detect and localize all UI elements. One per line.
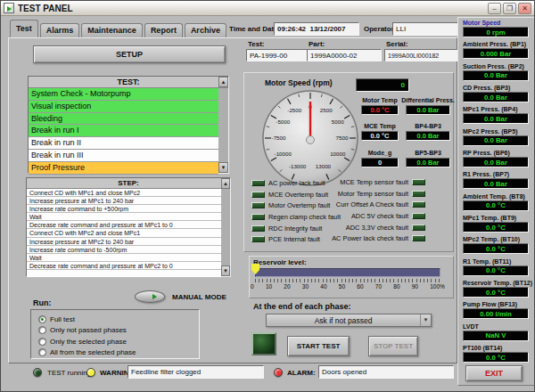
radio-button-icon[interactable]: [38, 348, 46, 356]
scroll-up-icon[interactable]: ▲: [218, 77, 228, 87]
step-row[interactable]: Increase pressure at MPc2 to 240 bar: [27, 238, 221, 246]
maximize-button[interactable]: ❐: [503, 3, 516, 14]
fault-led-icon: [251, 180, 265, 186]
step-row[interactable]: Wait: [27, 254, 221, 262]
sidebar-measurement: RP Press. (BP6)0.0 Bar: [463, 150, 531, 171]
part-field[interactable]: 1999A0000-02: [307, 49, 382, 61]
tab-alarms[interactable]: Alarms: [40, 23, 80, 37]
phase-end-selected: Ask if not passed: [267, 316, 420, 325]
step-row[interactable]: [27, 270, 221, 278]
readout-display: 0.0 °C: [361, 105, 399, 115]
fault-indicator: ADC 5V check fault: [315, 210, 425, 222]
scroll-down-icon[interactable]: ▼: [221, 265, 230, 276]
step-row[interactable]: Decrease rate command and pressure at MP…: [27, 262, 221, 270]
scale-tick-label: 30: [302, 283, 309, 290]
fault-led-icon: [251, 214, 265, 220]
run-option[interactable]: Only the selected phase: [38, 336, 199, 347]
svg-text:-10000: -10000: [275, 151, 292, 157]
test-running-led: [33, 368, 42, 377]
radio-button-icon[interactable]: [38, 338, 46, 346]
scale-tick-label: 80: [393, 283, 399, 290]
sidebar-measurement-display: 0.0 Bar: [463, 113, 529, 124]
test-phase-row[interactable]: Break in run I: [29, 125, 218, 137]
motor-speed-display: 0: [356, 78, 409, 92]
test-phase-row[interactable]: Bleeding: [29, 113, 218, 126]
sidebar-measurement-label: MPc2 Temp. (BT10): [463, 236, 531, 242]
sidebar-measurement-label: RP Press. (BP6): [463, 150, 531, 156]
run-option-label: Only not passed phases: [50, 326, 127, 334]
run-option[interactable]: Only not passed phases: [38, 325, 199, 337]
scroll-up-icon[interactable]: ▲: [221, 178, 230, 189]
step-row[interactable]: Increase rate command to +500rpm: [27, 205, 221, 213]
step-row[interactable]: Connect CD with MPc2 and close MPc1: [27, 229, 221, 237]
sidebar-measurement-display: 0.00 l/min: [463, 308, 529, 319]
fault-indicator: ADC 3,3V check fault: [315, 222, 425, 233]
radio-button-icon[interactable]: [38, 326, 46, 334]
radio-button-icon[interactable]: [38, 315, 46, 323]
fault-indicator: AC Power lack check fault: [315, 233, 425, 244]
scroll-down-icon[interactable]: ▼: [218, 162, 228, 173]
sidebar-measurement-label: MPc1 Press. (BP4): [463, 106, 531, 112]
operator-input[interactable]: LLI: [392, 22, 458, 36]
tab-report[interactable]: Report: [144, 23, 183, 37]
sidebar-measurement-label: R1 Press. (BP7): [463, 171, 531, 177]
manual-mode-toggle[interactable]: [135, 290, 165, 303]
time-date-display: 09:26:42 13/12/2007: [274, 22, 359, 36]
phase-end-dropdown[interactable]: Ask if not passed ▼: [266, 314, 432, 327]
stop-test-button[interactable]: STOP TEST: [368, 336, 418, 356]
setup-button[interactable]: SETUP: [33, 45, 226, 63]
svg-text:-7500: -7500: [272, 135, 286, 141]
reservoir-slider-track[interactable]: [255, 268, 440, 277]
sidebar-measurement: Pump Flow (BF13)0.00 l/min: [463, 301, 531, 323]
minimize-button[interactable]: –: [488, 3, 501, 14]
sidebar-measurement: MPc1 Press. (BP4)0.0 Bar: [463, 106, 531, 127]
sidebar-measurement-display: 0.0 °C: [463, 287, 529, 298]
sidebar-measurement-display: 0.0 Bar: [463, 178, 529, 189]
readout-label: BP4-BP3: [415, 123, 441, 129]
readout-display: 0.0 Bar: [406, 105, 450, 115]
sidebar-measurement-label: LVDT: [463, 323, 531, 330]
fault-led-icon: [251, 202, 265, 208]
fault-led-icon: [412, 179, 425, 185]
tab-test[interactable]: Test: [10, 20, 38, 37]
close-button[interactable]: ✕: [518, 3, 531, 14]
test-phase-row[interactable]: Proof Pressure: [29, 162, 218, 175]
test-phase-row[interactable]: Break in run II: [29, 137, 218, 150]
test-panel-window: TEST PANEL – ❐ ✕ TestAlarmsMaintenanceRe…: [0, 0, 535, 392]
tab-strip: TestAlarmsMaintenanceReportArchive: [10, 20, 228, 37]
sidebar-measurement: R1 Press. (BP7)0.0 Bar: [463, 171, 531, 192]
tab-maintenance[interactable]: Maintenance: [81, 23, 143, 37]
sidebar-measurement-display: 0.0 °C: [463, 265, 529, 276]
reservoir-scale: 0102030405060708090100%: [251, 283, 445, 290]
test-phase-row[interactable]: System Check - Motorpump: [29, 88, 218, 101]
alarm-label: ALARM:: [287, 369, 316, 377]
scale-tick-label: 50: [339, 283, 345, 290]
serial-field[interactable]: 1999A00LI000182: [384, 49, 459, 61]
run-option[interactable]: All from the selected phase: [38, 347, 199, 359]
exit-button[interactable]: EXIT: [465, 365, 523, 381]
step-row[interactable]: Increase rate command to -500rpm: [27, 246, 221, 254]
sidebar-measurement-label: MPc1 Temp. (BT9): [463, 215, 531, 221]
test-phase-row[interactable]: Break in run III: [29, 150, 218, 162]
readout-display: 0: [361, 158, 399, 167]
tab-archive[interactable]: Archive: [185, 23, 226, 37]
start-test-button[interactable]: START TEST: [287, 336, 350, 356]
step-row[interactable]: Increase pressure at MPc1 to 240 bar: [27, 197, 221, 205]
fault-led-icon: [412, 225, 425, 231]
step-row[interactable]: Wait: [27, 213, 221, 221]
step-row[interactable]: Decrease rate command and pressure at MP…: [27, 221, 221, 229]
test-phase-row[interactable]: Visual inspection: [29, 101, 218, 113]
scale-tick-label: 10: [266, 283, 272, 290]
title-bar: TEST PANEL – ❐ ✕: [1, 1, 534, 16]
sidebar-measurement: Suction Press. (BP2)0.0 Bar: [463, 63, 531, 85]
sidebar-measurement-display: 0.0 °C: [463, 200, 529, 211]
warning-message: Feedline filter clogged: [128, 365, 264, 379]
step-row[interactable]: Connect CD with MPc1 and close MPc2: [27, 189, 221, 197]
sidebar-measurement: Ambient Temp. (BT8)0.0 °C: [463, 193, 531, 215]
run-option[interactable]: Full test: [38, 314, 199, 325]
sidebar-measurement: R1 Temp. (BT11)0.0 °C: [463, 258, 531, 280]
fault-led-icon: [412, 235, 425, 241]
readout: BP5-BP30.0 Bar: [402, 150, 454, 176]
sidebar-measurement-display: 0.0 Bar: [463, 70, 529, 81]
fault-led-icon: [412, 201, 425, 208]
